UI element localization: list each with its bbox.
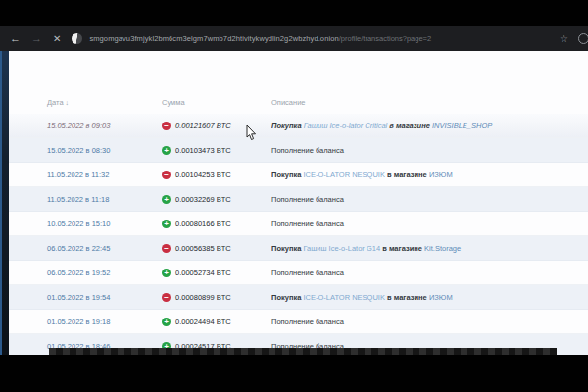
in-shop-label: в магазине [387,293,427,302]
profile-avatar-icon[interactable] [578,33,588,44]
purchase-label: Покупка [271,122,302,130]
shop-link[interactable]: Kit.Storage [424,244,461,253]
transaction-amount: 0.00052734 BTC [175,269,231,277]
purchase-label: Покупка [271,171,301,179]
header-amount[interactable]: Сумма [162,98,271,107]
transaction-description: Пополнение баланса [271,318,588,326]
table-row[interactable]: 01.05.2022 в 19:54 − 0.00080899 BTC Поку… [9,285,588,310]
transaction-amount: 0.00103473 BTC [175,146,231,155]
letterbox-top [0,0,588,26]
plus-icon: + [162,269,171,277]
transaction-date-link[interactable]: 11.05.2022 в 11:18 [47,195,109,204]
plus-icon: + [162,318,171,326]
transaction-date-link[interactable]: 15.05.2022 в 08:30 [47,146,110,155]
transaction-date-link[interactable]: 06.05.2022 в 22:45 [47,244,110,253]
plus-icon: + [162,195,171,204]
minus-icon: − [162,171,171,179]
minus-icon: − [162,244,171,253]
transaction-date-link[interactable]: 10.05.2022 в 15:10 [47,220,110,228]
desktop-edge-strip [0,51,9,355]
table-header-row: Дата↓ Сумма Описание [9,90,588,114]
transaction-date-link[interactable]: 01.05.2022 в 19:18 [47,318,110,326]
transaction-amount: 0.00080899 BTC [175,293,231,302]
url-host: smgomgavu3fmjykl2bm6cm3elgm7wmb7d2htivit… [89,34,338,43]
header-date[interactable]: Дата↓ [47,98,162,107]
transaction-date-link[interactable]: 11.05.2022 в 11:32 [47,171,109,179]
topup-label: Пополнение баланса [271,195,344,204]
table-row[interactable]: 10.05.2022 в 15:10 + 0.00080166 BTC Попо… [9,212,588,236]
in-shop-label: в магазине [382,244,422,253]
transaction-description: Пополнение баланса [271,146,588,155]
transaction-description: Покупка Гашиш Ice-o-lator Critical в маг… [271,122,588,130]
transaction-amount: 0.00032269 BTC [175,195,231,204]
forward-button[interactable]: → [31,33,42,44]
transaction-date-link[interactable]: 06.05.2022 в 19:52 [47,269,110,277]
video-frame: ← → ✕ smgomgavu3fmjykl2bm6cm3elgm7wmb7d2… [0,0,588,392]
transaction-description: Покупка ICE-O-LATOR NESQUIK в магазине И… [271,171,588,179]
transaction-amount: 0.00104253 BTC [175,171,231,179]
mouse-cursor [246,125,258,142]
shop-link[interactable]: ИЗЮМ [429,293,453,302]
transactions-table: Дата↓ Сумма Описание 15.05.2022 в 09:03 … [9,90,588,355]
table-row[interactable]: 15.05.2022 в 08:30 + 0.00103473 BTC Попо… [9,138,588,163]
transaction-description: Пополнение баланса [271,220,588,228]
table-row[interactable]: 01.05.2022 в 19:18 + 0.00024494 BTC Попо… [9,310,588,334]
shop-link[interactable]: INVISIBLE_SHOP [432,122,492,130]
header-description[interactable]: Описание [271,98,588,107]
back-button[interactable]: ← [10,33,21,44]
letterbox-bottom [0,355,588,392]
transaction-date-link[interactable]: 15.05.2022 в 09:03 [47,122,110,130]
video-scrubber-strip[interactable] [49,348,557,355]
bookmark-star-icon[interactable]: ☆ [560,33,568,44]
transaction-description: Пополнение баланса [271,269,588,277]
product-link[interactable]: ICE-O-LATOR NESQUIK [303,293,385,302]
topup-label: Пополнение баланса [271,220,344,228]
topup-label: Пополнение баланса [271,269,344,277]
minus-icon: − [162,122,171,130]
purchase-label: Покупка [271,244,301,253]
product-link[interactable]: Гашиш Ice-o-Lator G14 [303,244,380,253]
transactions-page: Дата↓ Сумма Описание 15.05.2022 в 09:03 … [9,51,588,355]
in-shop-label: в магазине [389,122,430,130]
transaction-description: Покупка Гашиш Ice-o-Lator G14 в магазине… [271,244,588,253]
transaction-amount: 0.00121607 BTC [175,122,231,130]
transaction-amount: 0.00056385 BTC [175,244,231,253]
product-link[interactable]: ICE-O-LATOR NESQUIK [303,171,385,179]
site-info-icon[interactable] [72,33,82,44]
plus-icon: + [162,220,171,228]
transaction-amount: 0.00080166 BTC [175,220,231,228]
shop-link[interactable]: ИЗЮМ [429,171,453,179]
address-bar[interactable]: smgomgavu3fmjykl2bm6cm3elgm7wmb7d2htivit… [89,34,552,43]
table-row[interactable]: 15.05.2022 в 09:03 − 0.00121607 BTC Поку… [9,114,588,138]
stop-button[interactable]: ✕ [53,34,61,44]
minus-icon: − [162,293,171,302]
topup-label: Пополнение баланса [271,318,344,326]
browser-toolbar: ← → ✕ smgomgavu3fmjykl2bm6cm3elgm7wmb7d2… [0,26,588,51]
in-shop-label: в магазине [387,171,427,179]
transaction-amount: 0.00024494 BTC [175,318,231,326]
topup-label: Пополнение баланса [271,146,344,155]
product-link[interactable]: Гашиш Ice-o-lator Critical [304,122,387,130]
transaction-description: Пополнение баланса [271,195,588,204]
table-row[interactable]: 06.05.2022 в 22:45 − 0.00056385 BTC Поку… [9,236,588,261]
transaction-description: Покупка ICE-O-LATOR NESQUIK в магазине И… [271,293,588,302]
url-path: /profile/transactions?page=2 [339,34,431,43]
table-row[interactable]: 06.05.2022 в 19:52 + 0.00052734 BTC Попо… [9,261,588,285]
table-row[interactable]: 11.05.2022 в 11:32 − 0.00104253 BTC Поку… [9,163,588,187]
transaction-date-link[interactable]: 01.05.2022 в 19:54 [47,293,110,302]
table-row[interactable]: 11.05.2022 в 11:18 + 0.00032269 BTC Попо… [9,187,588,212]
plus-icon: + [162,146,171,155]
transactions-body: 15.05.2022 в 09:03 − 0.00121607 BTC Поку… [9,114,588,355]
sort-desc-icon: ↓ [66,99,70,106]
purchase-label: Покупка [271,293,301,302]
